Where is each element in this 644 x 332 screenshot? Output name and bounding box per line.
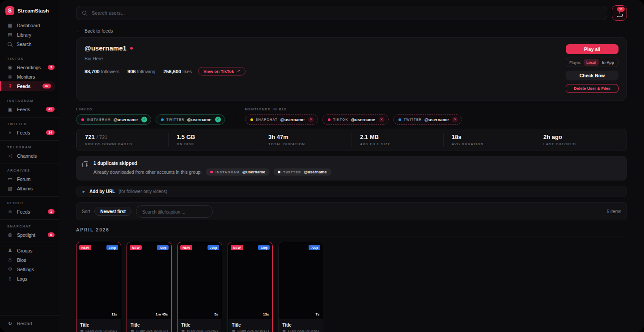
- new-badge: NEW: [130, 245, 142, 250]
- stat-label: TOTAL DURATION: [268, 142, 343, 146]
- document-icon: ▯: [7, 276, 13, 281]
- dismiss-x-icon[interactable]: ✕: [452, 117, 458, 122]
- sidebar-item[interactable]: ◍ Spotlight 6: [0, 230, 59, 240]
- sidebar-item[interactable]: ▦ Dashboard: [0, 21, 59, 30]
- ghost-icon: ◍: [7, 232, 13, 237]
- profile-counts-row: 88,700followers906following256,600likes …: [85, 67, 246, 76]
- sidebar-item-label: Settings: [17, 267, 34, 272]
- sidebar-item-label: Feeds: [17, 130, 30, 135]
- restart-button[interactable]: ↻ Restart: [0, 315, 59, 332]
- check-now-button[interactable]: Check Now: [566, 71, 619, 80]
- stat-label: LAST CHECKED: [543, 142, 619, 146]
- count-badge: 3: [48, 65, 55, 70]
- stat-label: ON DISK: [177, 142, 252, 146]
- video-card[interactable]: NEW 720p 5s Title ▦ 19 Apr 2026, 02:18:0…: [177, 242, 222, 332]
- new-badge: NEW: [79, 245, 91, 250]
- sidebar-section: SNAPCHAT ◍ Spotlight 6: [0, 219, 59, 240]
- send-icon: ◁: [7, 153, 13, 158]
- stat: 18s AVG DURATION: [443, 133, 535, 147]
- posted-date-row: ▦ 19 Apr 2026, 02:16:13 AM UTC: [232, 329, 269, 332]
- status-dot: [130, 47, 133, 50]
- search-users-input[interactable]: [92, 10, 602, 16]
- posted-date-row: ▦ 19 Apr 2026, 02:18:02 AM UTC: [181, 329, 218, 332]
- sidebar-item[interactable]: ◁ Channels: [0, 151, 59, 160]
- sidebar-item[interactable]: ▭ Forum: [0, 174, 59, 184]
- mentioned-account-chip[interactable]: TIKTOK @username ✕: [322, 114, 389, 125]
- sidebar-section: ARCHIVES ▭ Forum ▧ Albums: [0, 164, 59, 193]
- sidebar-item[interactable]: ▧ Albums: [0, 184, 59, 193]
- sidebar-item[interactable]: ↧ Feeds 87: [0, 81, 55, 91]
- video-card[interactable]: 720p 7s Title ▦ 11 Apr 2026, 09:36:55 AM…: [278, 242, 323, 332]
- sidebar-sections: TIKTOK ◉ Recordings 3 ◎ Monitors: [0, 49, 59, 240]
- sort-button[interactable]: Newest first: [94, 207, 131, 216]
- sidebar-item[interactable]: ▯ Logs: [0, 274, 59, 283]
- groups-icon: ♟: [7, 248, 13, 253]
- delete-user-button[interactable]: Delete User & Files: [566, 84, 619, 93]
- dismiss-x-icon[interactable]: ✕: [379, 117, 385, 122]
- filter-input[interactable]: [142, 210, 207, 214]
- quality-badge: 720p: [106, 245, 118, 250]
- sidebar-section-title: TIKTOK: [0, 57, 59, 61]
- count-badge: 87: [42, 84, 51, 89]
- duplicate-title: 1 duplicate skipped: [93, 160, 331, 166]
- mentioned-account-chip[interactable]: TWITTER @username ✕: [393, 114, 462, 125]
- linked-account-chip[interactable]: INSTAGRAM @username ✓: [76, 114, 151, 125]
- main-content: 11 ← Back to feeds @username1 Bio Here 8…: [59, 0, 644, 332]
- back-to-feeds-link[interactable]: ← Back to feeds: [76, 28, 113, 34]
- download-tray-icon: [617, 11, 623, 17]
- video-card[interactable]: NEW 720p 1m 45s Title ▦ 19 Apr 2026, 02:…: [127, 242, 172, 332]
- sidebar-item[interactable]: Search: [0, 39, 59, 49]
- reddit-icon: ☺: [7, 209, 13, 214]
- video-title: Title: [282, 323, 319, 328]
- profile-actions: Play all Player: LocalIn-App Check Now D…: [566, 44, 619, 93]
- linked-account-chip[interactable]: TWITTER @username ✓: [156, 114, 225, 125]
- sidebar-item-label: Recordings: [17, 65, 41, 70]
- sidebar-item[interactable]: ◗ Feeds 14: [0, 128, 59, 137]
- sidebar-section-title: ARCHIVES: [0, 168, 59, 172]
- linked-title: LINKED: [76, 107, 225, 111]
- video-info: Title ▦ 23 Apr 2026, 02:31:30 AM UTC ◷ 1…: [76, 319, 121, 332]
- sidebar-item-label: Feeds: [17, 209, 30, 214]
- sidebar-item[interactable]: ▣ Feeds 41: [0, 105, 59, 114]
- view-on-tiktok-button[interactable]: View on TikTok ↗: [198, 67, 246, 76]
- chat-icon: ▭: [7, 177, 13, 181]
- notifications-button[interactable]: 11: [612, 5, 627, 21]
- streamstash-logo-icon: S: [5, 6, 14, 15]
- mentioned-account-chip[interactable]: SNAPCHAT @username ✕: [245, 114, 318, 125]
- dismiss-x-icon[interactable]: ✕: [308, 117, 314, 122]
- copy-icon: [82, 161, 88, 167]
- image-icon: ▧: [7, 186, 13, 191]
- record-icon: ◉: [7, 65, 13, 70]
- chip-platform: SNAPCHAT: [256, 118, 278, 122]
- sidebar-item[interactable]: ◎ Monitors: [0, 72, 59, 81]
- sidebar-item[interactable]: ☺ Feeds 1: [0, 207, 59, 216]
- profile-count: 906following: [127, 69, 155, 74]
- calendar-icon: ▦: [80, 329, 84, 332]
- play-all-button[interactable]: Play all: [566, 44, 619, 54]
- profile-count: 256,600likes: [163, 69, 192, 74]
- count-badge: 1: [48, 209, 55, 214]
- duration-label: 7s: [316, 312, 320, 316]
- sidebar-section-title: INSTAGRAM: [0, 99, 59, 103]
- sidebar-item[interactable]: ◉ Recordings 3: [0, 63, 59, 72]
- duration-label: 1m 45s: [156, 312, 168, 316]
- video-card[interactable]: NEW 720p 11s Title ▦ 23 Apr 2026, 02:31:…: [76, 242, 121, 332]
- eye-icon: ◎: [7, 74, 13, 79]
- video-card[interactable]: NEW 720p 13s Title ▦ 19 Apr 2026, 02:16:…: [228, 242, 273, 332]
- sidebar-item-label: Search: [17, 42, 31, 47]
- player-option[interactable]: Local: [584, 59, 599, 66]
- video-grid: NEW 720p 11s Title ▦ 23 Apr 2026, 02:31:…: [76, 242, 627, 332]
- video-title: Title: [80, 323, 117, 328]
- stat-label: AVG DURATION: [452, 142, 527, 146]
- sidebar-section-title: TELEGRAM: [0, 145, 59, 149]
- player-option[interactable]: In-App: [599, 59, 617, 66]
- sidebar-item[interactable]: ♟ Groups: [0, 246, 59, 255]
- sidebar-item[interactable]: ⚙ Settings: [0, 265, 59, 274]
- video-thumbnail: NEW 720p 11s: [76, 242, 121, 319]
- add-by-url-accordion[interactable]: ▶ Add by URL (for follower-only videos): [76, 186, 627, 197]
- video-thumbnail: NEW 720p 1m 45s: [127, 242, 171, 319]
- sidebar-item[interactable]: ♙ Bios: [0, 255, 59, 265]
- sidebar-item-label: Spotlight: [17, 232, 35, 238]
- sidebar-item[interactable]: ▤ Library: [0, 30, 59, 39]
- sidebar-item-label: Groups: [17, 248, 32, 253]
